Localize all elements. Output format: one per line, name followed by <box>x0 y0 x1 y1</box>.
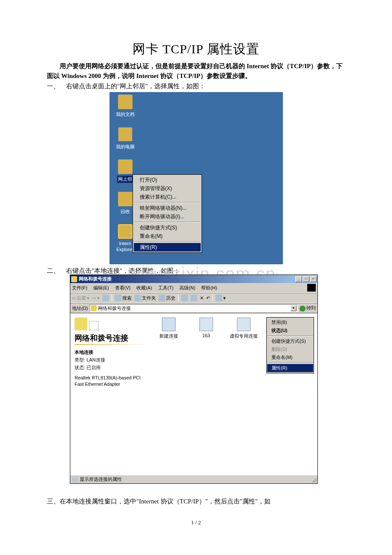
menu-view[interactable]: 查看(V) <box>115 285 131 291</box>
search-icon <box>115 295 121 301</box>
ie-icon <box>118 224 133 239</box>
back-button[interactable]: ⇦ 后退 ▾ <box>72 295 89 301</box>
ctx-rename[interactable]: 重命名(M) <box>267 353 313 361</box>
go-label: 转到 <box>306 305 316 310</box>
menu-separator <box>268 362 313 363</box>
address-value: 网络和拨号连接 <box>98 305 131 312</box>
address-icon <box>91 305 97 311</box>
folders-label: 文件夹 <box>142 295 156 301</box>
desktop-icon-computer[interactable]: 我的电脑 <box>112 127 138 150</box>
page-title: 网卡 TCP/IP 属性设置 <box>47 40 345 58</box>
up-icon <box>102 295 109 301</box>
label-ie-line2: Explorer <box>115 246 135 252</box>
screenshot-window: 网络和拨号连接 _ □ × 文件(F) 编辑(E) 查看(V) 收藏(A) 工具… <box>70 275 318 484</box>
heading-underline <box>75 344 147 345</box>
forward-button[interactable]: ⇨ ▾ <box>92 295 100 301</box>
desktop-icon-documents[interactable]: 我的文档 <box>112 95 138 118</box>
step-1-prefix: 一、 <box>47 83 60 90</box>
toolbar: ⇦ 后退 ▾ ⇨ ▾ 搜索 文件夹 历史 ✕ ↶ ▾ <box>70 293 317 303</box>
undo-button[interactable]: ↶ <box>206 295 210 301</box>
icon-new-connection[interactable]: 新建连接 <box>154 318 184 339</box>
device-line1: Realtek RTL8139(A)-based PCI <box>75 375 147 380</box>
label-network-neighborhood: 网上邻 <box>117 176 133 183</box>
close-button[interactable]: × <box>310 276 317 282</box>
minimize-button[interactable]: _ <box>295 276 302 282</box>
move-to-button[interactable] <box>181 295 188 301</box>
vpn-icon <box>237 318 251 331</box>
copy-icon <box>190 295 197 301</box>
menu-disconnect-drive[interactable]: 断开网络驱动器(I)... <box>134 212 201 221</box>
step-1-body: 右键点击桌面上的"网上邻居"，选择属性，如图： <box>66 83 205 90</box>
recycle-icon <box>118 192 133 206</box>
label-my-documents: 我的文档 <box>115 111 135 118</box>
menu-tools[interactable]: 工具(T) <box>158 285 173 291</box>
left-pane: 网络和拨号连接 本地连接 类型: LAN连接 状态: 已启用 Realtek R… <box>70 313 151 475</box>
copy-to-button[interactable] <box>190 295 197 301</box>
pane-heading: 网络和拨号连接 <box>75 333 147 343</box>
menu-rename-label: 重命名(M) <box>140 233 163 239</box>
menu-help[interactable]: 帮助(H) <box>201 285 217 291</box>
toolbar-separator <box>112 294 112 302</box>
step-3: 三、在本地连接属性窗口，选中"Internet 协议（TCP/IP）"，然后点击… <box>47 497 345 506</box>
intro-paragraph: 用户要使用网络必须要通过认证，但是前提是要设置好自己机器的 Internet 协… <box>47 61 345 81</box>
menu-separator <box>134 202 200 203</box>
menu-separator <box>134 222 200 223</box>
go-button[interactable]: 转到 <box>300 305 316 311</box>
type-label: 类型: <box>75 357 85 362</box>
context-menu-connection: 禁用(B) 状态(U) 创建快捷方式(S) 删除(D) 重命名(M) 属性(R) <box>266 317 314 373</box>
label-ie-line1: Intern <box>118 240 132 246</box>
ctx-create-shortcut[interactable]: 创建快捷方式(S) <box>267 337 313 345</box>
history-button[interactable]: 历史 <box>159 295 176 301</box>
menu-properties[interactable]: 属性(R) <box>134 243 201 251</box>
folders-icon <box>134 295 141 301</box>
folder-icon <box>118 95 133 109</box>
views-button[interactable]: ▾ <box>216 295 226 301</box>
ctx-properties[interactable]: 属性(R) <box>267 364 313 372</box>
menu-explorer-label: 资源管理器(X) <box>140 185 172 191</box>
folders-button[interactable]: 文件夹 <box>134 295 156 301</box>
menu-properties-label: 属性(R) <box>140 244 157 250</box>
resize-grip[interactable] <box>311 477 317 483</box>
menu-edit[interactable]: 编辑(E) <box>93 285 109 291</box>
label-new-connection: 新建连接 <box>159 333 178 338</box>
up-button[interactable] <box>102 295 109 301</box>
menu-map-drive[interactable]: 映射网络驱动器(N)... <box>134 204 201 212</box>
icon-163[interactable]: 163 <box>191 318 221 338</box>
menu-open[interactable]: 打开(O) <box>134 176 201 184</box>
ctx-disable[interactable]: 禁用(B) <box>267 318 313 327</box>
menu-disconnect-label: 断开网络驱动器(I)... <box>140 214 184 220</box>
maximize-button[interactable]: □ <box>303 276 309 282</box>
menu-map-label: 映射网络驱动器(N)... <box>140 205 187 211</box>
toolbar-separator <box>178 294 179 302</box>
search-button[interactable]: 搜索 <box>115 295 132 301</box>
menu-favorites[interactable]: 收藏(A) <box>136 285 152 291</box>
context-menu: 打开(O) 资源管理器(X) 搜索计算机(C)... 映射网络驱动器(N)...… <box>133 174 202 253</box>
icon-vpn[interactable]: 虚拟专用连接 <box>229 318 259 339</box>
delete-button[interactable]: ✕ <box>200 295 204 301</box>
label-vpn: 虚拟专用连接 <box>230 333 258 338</box>
device-line2: Fast Ethernet Adapter <box>75 382 147 387</box>
views-icon <box>216 295 222 301</box>
menu-search[interactable]: 搜索计算机(C)... <box>134 193 201 201</box>
menubar: 文件(F) 编辑(E) 查看(V) 收藏(A) 工具(T) 高级(N) 帮助(H… <box>70 283 317 293</box>
history-label: 历史 <box>166 295 176 301</box>
label-163: 163 <box>202 333 210 338</box>
connection-name: 本地连接 <box>75 349 147 356</box>
menu-file[interactable]: 文件(F) <box>72 285 87 291</box>
content-area: 网络和拨号连接 本地连接 类型: LAN连接 状态: 已启用 Realtek R… <box>70 313 317 475</box>
status-bar: 显示所选连接的属性 <box>70 475 317 483</box>
menu-explorer[interactable]: 资源管理器(X) <box>134 184 201 193</box>
address-dropdown[interactable]: 网络和拨号连接 ▾ <box>89 304 298 312</box>
menu-create-shortcut[interactable]: 创建快捷方式(S) <box>134 223 201 232</box>
menu-rename[interactable]: 重命名(M) <box>134 232 201 240</box>
dropdown-arrow-icon[interactable]: ▾ <box>291 305 297 311</box>
window-title: 网络和拨号连接 <box>79 276 295 282</box>
ctx-delete: 删除(D) <box>267 345 313 353</box>
status-value: 已启用 <box>86 365 101 370</box>
status-label: 状态: <box>75 365 85 370</box>
window-icon <box>71 276 77 282</box>
computer-icon <box>118 127 133 142</box>
menu-advanced[interactable]: 高级(N) <box>179 285 195 291</box>
ctx-status[interactable]: 状态(U) <box>267 327 313 335</box>
history-icon <box>159 295 165 301</box>
